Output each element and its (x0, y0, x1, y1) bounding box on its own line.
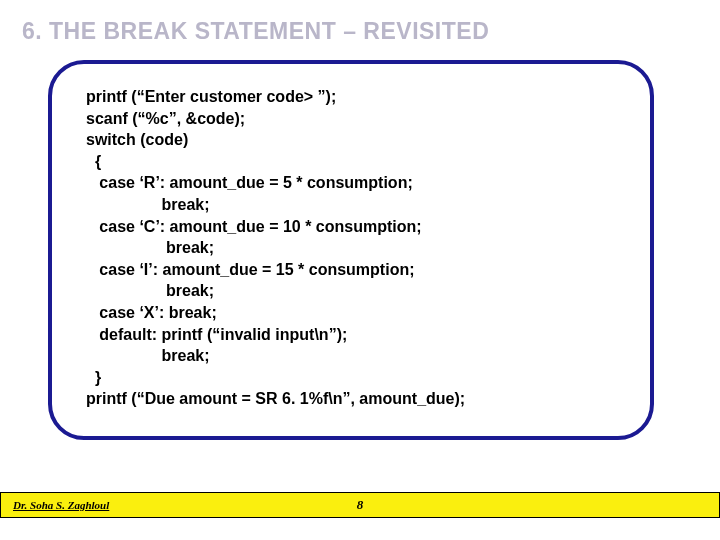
code-line: printf (“Due amount = SR 6. 1%f\n”, amou… (86, 388, 636, 410)
code-line: case ‘X’: break; (86, 302, 636, 324)
code-line: break; (86, 237, 636, 259)
code-line: default: printf (“invalid input\n”); (86, 324, 636, 346)
footer-bar: Dr. Soha S. Zaghloul 8 (0, 492, 720, 518)
code-line: break; (86, 345, 636, 367)
code-line: scanf (“%c”, &code); (86, 108, 636, 130)
page-number: 8 (357, 497, 364, 513)
slide-heading: 6. THE BREAK STATEMENT – REVISITED (22, 18, 489, 45)
code-line: break; (86, 194, 636, 216)
code-line: break; (86, 280, 636, 302)
code-box: printf (“Enter customer code> ”); scanf … (48, 60, 654, 440)
code-line: { (86, 151, 636, 173)
code-line: switch (code) (86, 129, 636, 151)
code-line: case ‘C’: amount_due = 10 * consumption; (86, 216, 636, 238)
code-line: case ‘I’: amount_due = 15 * consumption; (86, 259, 636, 281)
code-line: } (86, 367, 636, 389)
author-name: Dr. Soha S. Zaghloul (13, 499, 109, 511)
code-line: printf (“Enter customer code> ”); (86, 86, 636, 108)
code-line: case ‘R’: amount_due = 5 * consumption; (86, 172, 636, 194)
